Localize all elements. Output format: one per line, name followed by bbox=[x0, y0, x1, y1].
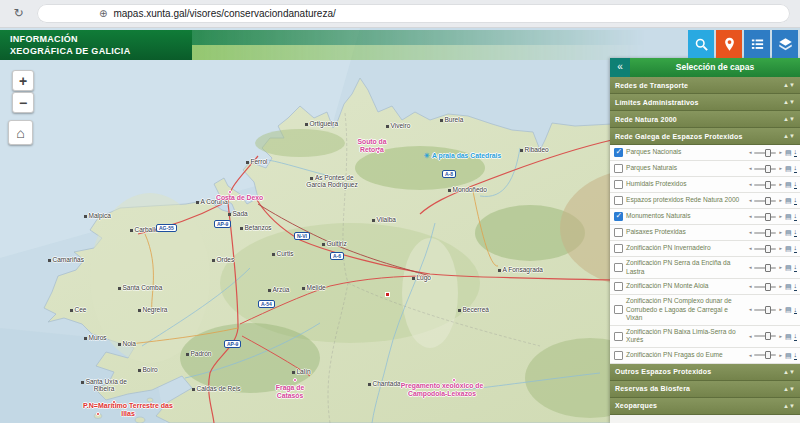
slider-decrease-icon[interactable]: ◄ bbox=[748, 284, 752, 289]
metadata-icon[interactable]: ▤ bbox=[785, 245, 792, 252]
opacity-slider[interactable] bbox=[754, 286, 776, 288]
slider-decrease-icon[interactable]: ◄ bbox=[748, 214, 752, 219]
slider-handle[interactable] bbox=[765, 181, 771, 189]
slider-handle[interactable] bbox=[765, 332, 771, 340]
slider-handle[interactable] bbox=[765, 229, 771, 237]
slider-increase-icon[interactable]: ► bbox=[778, 265, 782, 270]
metadata-icon[interactable]: ▤ bbox=[785, 306, 792, 313]
layer-checkbox[interactable] bbox=[614, 228, 623, 237]
slider-decrease-icon[interactable]: ◄ bbox=[748, 307, 752, 312]
slider-decrease-icon[interactable]: ◄ bbox=[748, 150, 752, 155]
layer-group-header[interactable]: Límites Administrativos▲▼ bbox=[610, 94, 800, 111]
layer-group-header[interactable]: Outros Espazos Protexidos▲▼ bbox=[610, 364, 800, 381]
layer-checkbox[interactable] bbox=[614, 332, 623, 341]
download-icon[interactable]: ↓ bbox=[794, 164, 798, 173]
slider-handle[interactable] bbox=[765, 351, 771, 359]
layer-checkbox[interactable] bbox=[614, 148, 623, 157]
layer-checkbox[interactable] bbox=[614, 180, 623, 189]
slider-decrease-icon[interactable]: ◄ bbox=[748, 246, 752, 251]
opacity-slider[interactable] bbox=[754, 184, 776, 186]
slider-increase-icon[interactable]: ► bbox=[778, 334, 782, 339]
locate-button[interactable] bbox=[716, 30, 742, 58]
slider-increase-icon[interactable]: ► bbox=[778, 166, 782, 171]
zoom-in-button[interactable]: + bbox=[12, 70, 34, 91]
layer-checkbox[interactable] bbox=[614, 282, 623, 291]
url-field[interactable]: ⊕ mapas.xunta.gal/visores/conservacionda… bbox=[37, 4, 790, 23]
metadata-icon[interactable]: ▤ bbox=[785, 333, 792, 340]
slider-increase-icon[interactable]: ► bbox=[778, 353, 782, 358]
slider-increase-icon[interactable]: ► bbox=[778, 214, 782, 219]
slider-increase-icon[interactable]: ► bbox=[778, 150, 782, 155]
download-icon[interactable]: ↓ bbox=[794, 196, 798, 205]
layer-checkbox[interactable] bbox=[614, 263, 623, 272]
opacity-slider[interactable] bbox=[754, 335, 776, 337]
layer-group-header[interactable]: Redes de Transporte▲▼ bbox=[610, 77, 800, 94]
slider-decrease-icon[interactable]: ◄ bbox=[748, 334, 752, 339]
slider-handle[interactable] bbox=[765, 149, 771, 157]
zoom-out-button[interactable]: − bbox=[12, 92, 34, 113]
layer-group-header[interactable]: Rede Galega de Espazos Protexidos▲▼ bbox=[610, 128, 800, 145]
home-button[interactable]: ⌂ bbox=[8, 120, 33, 145]
opacity-slider[interactable] bbox=[754, 267, 776, 269]
slider-increase-icon[interactable]: ► bbox=[778, 198, 782, 203]
download-icon[interactable]: ↓ bbox=[794, 212, 798, 221]
slider-increase-icon[interactable]: ► bbox=[778, 230, 782, 235]
layer-checkbox[interactable] bbox=[614, 212, 623, 221]
slider-decrease-icon[interactable]: ◄ bbox=[748, 182, 752, 187]
slider-increase-icon[interactable]: ► bbox=[778, 307, 782, 312]
download-icon[interactable]: ↓ bbox=[794, 180, 798, 189]
slider-increase-icon[interactable]: ► bbox=[778, 284, 782, 289]
slider-increase-icon[interactable]: ► bbox=[778, 182, 782, 187]
collapse-panel-icon[interactable]: « bbox=[610, 58, 630, 77]
slider-decrease-icon[interactable]: ◄ bbox=[748, 230, 752, 235]
layer-group-header[interactable]: Xeoparques▲▼ bbox=[610, 398, 800, 415]
slider-increase-icon[interactable]: ► bbox=[778, 246, 782, 251]
opacity-slider[interactable] bbox=[754, 232, 776, 234]
opacity-slider[interactable] bbox=[754, 309, 776, 311]
slider-handle[interactable] bbox=[765, 213, 771, 221]
metadata-icon[interactable]: ▤ bbox=[785, 352, 792, 359]
metadata-icon[interactable]: ▤ bbox=[785, 165, 792, 172]
download-icon[interactable]: ↓ bbox=[794, 263, 798, 272]
layer-checkbox[interactable] bbox=[614, 196, 623, 205]
opacity-slider[interactable] bbox=[754, 248, 776, 250]
legend-button[interactable] bbox=[744, 30, 770, 58]
metadata-icon[interactable]: ▤ bbox=[785, 149, 792, 156]
download-icon[interactable]: ↓ bbox=[794, 244, 798, 253]
layer-group-header[interactable]: Rede Natura 2000▲▼ bbox=[610, 111, 800, 128]
metadata-icon[interactable]: ▤ bbox=[785, 181, 792, 188]
layer-group-header[interactable]: Reservas da Biosfera▲▼ bbox=[610, 381, 800, 398]
search-button[interactable] bbox=[688, 30, 714, 58]
metadata-icon[interactable]: ▤ bbox=[785, 229, 792, 236]
slider-handle[interactable] bbox=[765, 165, 771, 173]
slider-decrease-icon[interactable]: ◄ bbox=[748, 265, 752, 270]
download-icon[interactable]: ↓ bbox=[794, 282, 798, 291]
download-icon[interactable]: ↓ bbox=[794, 148, 798, 157]
layer-checkbox[interactable] bbox=[614, 305, 623, 314]
opacity-slider[interactable] bbox=[754, 216, 776, 218]
slider-decrease-icon[interactable]: ◄ bbox=[748, 353, 752, 358]
download-icon[interactable]: ↓ bbox=[794, 332, 798, 341]
slider-decrease-icon[interactable]: ◄ bbox=[748, 198, 752, 203]
opacity-slider[interactable] bbox=[754, 168, 776, 170]
metadata-icon[interactable]: ▤ bbox=[785, 197, 792, 204]
layer-checkbox[interactable] bbox=[614, 164, 623, 173]
download-icon[interactable]: ↓ bbox=[794, 306, 798, 315]
slider-handle[interactable] bbox=[765, 264, 771, 272]
slider-handle[interactable] bbox=[765, 306, 771, 314]
layer-checkbox[interactable] bbox=[614, 351, 623, 360]
layers-button[interactable] bbox=[772, 30, 798, 58]
opacity-slider[interactable] bbox=[754, 152, 776, 154]
slider-handle[interactable] bbox=[765, 245, 771, 253]
layer-checkbox[interactable] bbox=[614, 244, 623, 253]
slider-handle[interactable] bbox=[765, 283, 771, 291]
slider-decrease-icon[interactable]: ◄ bbox=[748, 166, 752, 171]
metadata-icon[interactable]: ▤ bbox=[785, 264, 792, 271]
slider-handle[interactable] bbox=[765, 197, 771, 205]
metadata-icon[interactable]: ▤ bbox=[785, 213, 792, 220]
download-icon[interactable]: ↓ bbox=[794, 228, 798, 237]
reload-icon[interactable]: ↻ bbox=[10, 5, 27, 22]
download-icon[interactable]: ↓ bbox=[794, 351, 798, 360]
metadata-icon[interactable]: ▤ bbox=[785, 283, 792, 290]
opacity-slider[interactable] bbox=[754, 200, 776, 202]
